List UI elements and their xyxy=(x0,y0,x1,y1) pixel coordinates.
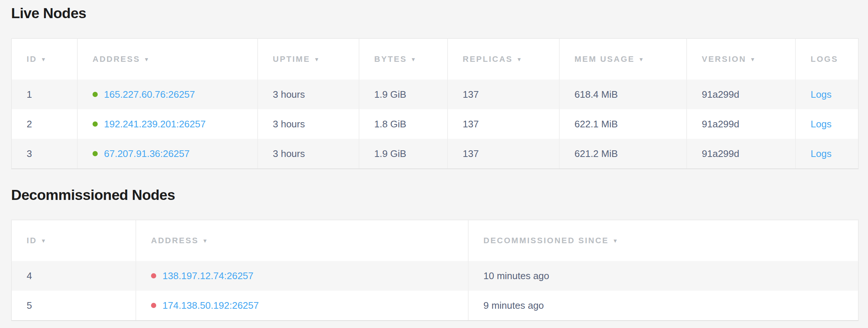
address-link[interactable]: 67.207.91.36:26257 xyxy=(104,148,190,160)
live-nodes-title: Live Nodes xyxy=(11,5,868,21)
column-header-label: BYTES xyxy=(374,54,407,64)
live-nodes-header-row: ID ▾ ADDRESS ▾ UPTIME ▾ BYTES ▾ REPLICAS… xyxy=(12,39,858,80)
column-header-label: VERSION xyxy=(702,54,746,64)
logs-cell: Logs xyxy=(796,109,858,139)
decommissioned-status-dot-icon xyxy=(151,303,156,308)
decommissioned-since-cell: 10 minutes ago xyxy=(469,261,858,291)
sort-arrow-icon: ▾ xyxy=(42,237,46,245)
table-row: 5 174.138.50.192:26257 9 minutes ago xyxy=(12,291,858,320)
sort-arrow-icon: ▾ xyxy=(751,56,755,63)
column-header-label: REPLICAS xyxy=(463,54,513,64)
id-cell: 5 xyxy=(12,291,136,320)
decommissioned-status-dot-icon xyxy=(151,273,156,278)
uptime-cell: 3 hours xyxy=(258,109,359,139)
column-header-decommissioned-since[interactable]: DECOMMISSIONED SINCE ▾ xyxy=(469,220,858,261)
address-link[interactable]: 192.241.239.201:26257 xyxy=(104,118,206,130)
live-nodes-section: Live Nodes ID ▾ ADDRESS ▾ UPTIME ▾ BYTES… xyxy=(0,5,868,169)
column-header-label: DECOMMISSIONED SINCE xyxy=(483,236,609,245)
address-cell: 67.207.91.36:26257 xyxy=(78,139,258,168)
address-cell: 192.241.239.201:26257 xyxy=(78,109,258,139)
live-status-dot-icon xyxy=(93,92,98,97)
address-cell: 138.197.12.74:26257 xyxy=(136,261,469,291)
address-cell: 174.138.50.192:26257 xyxy=(136,291,469,320)
column-header-id[interactable]: ID ▾ xyxy=(12,220,136,261)
live-status-dot-icon xyxy=(93,151,98,156)
decommissioned-nodes-table: ID ▾ ADDRESS ▾ DECOMMISSIONED SINCE ▾ 4 … xyxy=(11,220,859,321)
decommissioned-nodes-title: Decommissioned Nodes xyxy=(11,187,868,203)
column-header-address[interactable]: ADDRESS ▾ xyxy=(136,220,469,261)
sort-arrow-icon: ▾ xyxy=(640,56,644,63)
id-cell: 1 xyxy=(12,80,78,109)
column-header-label: ID xyxy=(27,54,37,64)
column-header-address[interactable]: ADDRESS ▾ xyxy=(78,39,258,80)
column-header-mem-usage[interactable]: MEM USAGE ▾ xyxy=(560,39,687,80)
table-row: 4 138.197.12.74:26257 10 minutes ago xyxy=(12,261,858,291)
bytes-cell: 1.9 GiB xyxy=(359,139,448,168)
bytes-cell: 1.9 GiB xyxy=(359,80,448,109)
column-header-label: UPTIME xyxy=(273,54,310,64)
mem-usage-cell: 618.4 MiB xyxy=(560,80,687,109)
uptime-cell: 3 hours xyxy=(258,139,359,168)
column-header-label: ADDRESS xyxy=(151,236,199,245)
column-header-label: ADDRESS xyxy=(93,54,140,64)
column-header-logs: LOGS xyxy=(796,39,858,80)
sort-arrow-icon: ▾ xyxy=(42,56,46,63)
id-cell: 2 xyxy=(12,109,78,139)
column-header-uptime[interactable]: UPTIME ▾ xyxy=(258,39,359,80)
version-cell: 91a299d xyxy=(687,109,796,139)
logs-cell: Logs xyxy=(796,139,858,168)
column-header-version[interactable]: VERSION ▾ xyxy=(687,39,796,80)
sort-arrow-icon: ▾ xyxy=(145,56,150,63)
table-row: 3 67.207.91.36:26257 3 hours 1.9 GiB 137… xyxy=(12,139,858,168)
sort-arrow-icon: ▾ xyxy=(315,56,319,63)
column-header-replicas[interactable]: REPLICAS ▾ xyxy=(448,39,560,80)
table-row: 1 165.227.60.76:26257 3 hours 1.9 GiB 13… xyxy=(12,80,858,109)
logs-cell: Logs xyxy=(796,80,858,109)
version-cell: 91a299d xyxy=(687,80,796,109)
decommissioned-nodes-header-row: ID ▾ ADDRESS ▾ DECOMMISSIONED SINCE ▾ xyxy=(12,220,858,261)
id-cell: 4 xyxy=(12,261,136,291)
version-cell: 91a299d xyxy=(687,139,796,168)
replicas-cell: 137 xyxy=(448,80,560,109)
logs-link[interactable]: Logs xyxy=(811,118,831,130)
replicas-cell: 137 xyxy=(448,139,560,168)
column-header-label: MEM USAGE xyxy=(574,54,635,64)
address-link[interactable]: 174.138.50.192:26257 xyxy=(162,300,259,311)
live-nodes-table: ID ▾ ADDRESS ▾ UPTIME ▾ BYTES ▾ REPLICAS… xyxy=(11,38,859,169)
replicas-cell: 137 xyxy=(448,109,560,139)
sort-arrow-icon: ▾ xyxy=(614,237,618,245)
sort-arrow-icon: ▾ xyxy=(517,56,522,63)
mem-usage-cell: 621.2 MiB xyxy=(560,139,687,168)
column-header-label: ID xyxy=(27,236,37,245)
uptime-cell: 3 hours xyxy=(258,80,359,109)
column-header-bytes[interactable]: BYTES ▾ xyxy=(359,39,448,80)
id-cell: 3 xyxy=(12,139,78,168)
sort-arrow-icon: ▾ xyxy=(412,56,416,63)
address-link[interactable]: 138.197.12.74:26257 xyxy=(162,270,254,282)
bytes-cell: 1.8 GiB xyxy=(359,109,448,139)
live-status-dot-icon xyxy=(93,121,98,127)
table-row: 2 192.241.239.201:26257 3 hours 1.8 GiB … xyxy=(12,109,858,139)
decommissioned-since-cell: 9 minutes ago xyxy=(469,291,858,320)
decommissioned-nodes-section: Decommissioned Nodes ID ▾ ADDRESS ▾ DECO… xyxy=(0,187,868,321)
address-link[interactable]: 165.227.60.76:26257 xyxy=(104,89,195,100)
column-header-label: LOGS xyxy=(811,54,838,64)
sort-arrow-icon: ▾ xyxy=(204,237,208,245)
address-cell: 165.227.60.76:26257 xyxy=(78,80,258,109)
logs-link[interactable]: Logs xyxy=(811,89,831,100)
logs-link[interactable]: Logs xyxy=(811,148,831,160)
mem-usage-cell: 622.1 MiB xyxy=(560,109,687,139)
column-header-id[interactable]: ID ▾ xyxy=(12,39,78,80)
